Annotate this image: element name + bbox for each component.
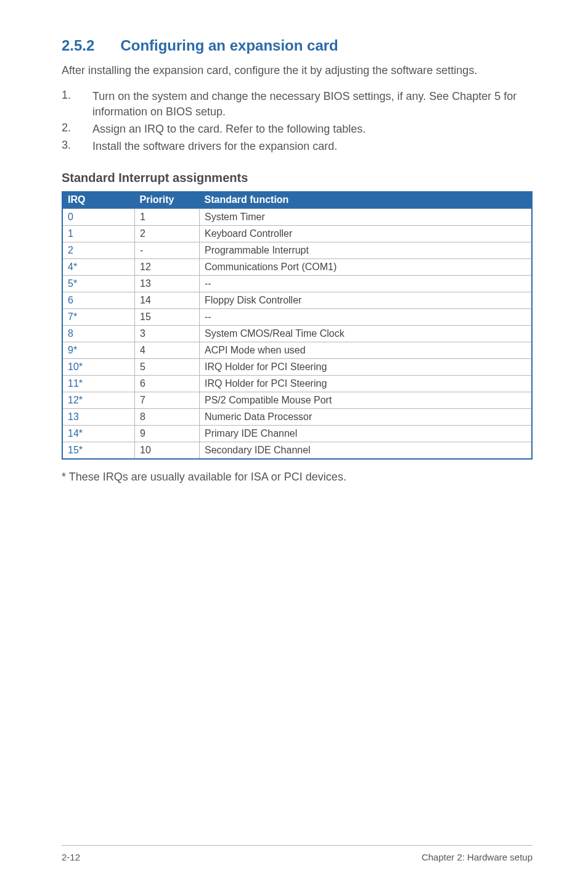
table-row: 6 14 Floppy Disk Controller <box>62 292 532 309</box>
table-row: 12* 7 PS/2 Compatible Mouse Port <box>62 392 532 409</box>
page-footer: 2-12 Chapter 2: Hardware setup <box>62 845 533 862</box>
step-number: 2. <box>62 122 75 134</box>
step-text: Turn on the system and change the necess… <box>92 89 533 119</box>
cell-irq: 7* <box>62 309 135 326</box>
cell-function: Programmable Interrupt <box>200 242 533 259</box>
cell-priority: 13 <box>135 276 200 292</box>
table-row: 5* 13 -- <box>62 276 532 292</box>
cell-priority: 12 <box>135 259 200 276</box>
table-row: 4* 12 Communications Port (COM1) <box>62 259 532 276</box>
cell-function: PS/2 Compatible Mouse Port <box>200 392 533 409</box>
cell-function: System CMOS/Real Time Clock <box>200 326 533 342</box>
cell-priority: 6 <box>135 376 200 392</box>
cell-priority: 2 <box>135 226 200 242</box>
step-number: 1. <box>62 89 75 102</box>
step-text: Install the software drivers for the exp… <box>92 139 533 154</box>
cell-irq: 9* <box>62 342 135 359</box>
cell-irq: 12* <box>62 392 135 409</box>
cell-function: ACPI Mode when used <box>200 342 533 359</box>
cell-priority: 8 <box>135 409 200 426</box>
list-item: 1. Turn on the system and change the nec… <box>62 89 533 119</box>
cell-function: Keyboard Controller <box>200 226 533 242</box>
cell-irq: 0 <box>62 209 135 226</box>
table-row: 7* 15 -- <box>62 309 532 326</box>
cell-function: System Timer <box>200 209 533 226</box>
table-row: 1 2 Keyboard Controller <box>62 226 532 242</box>
cell-priority: 9 <box>135 426 200 442</box>
cell-irq: 10* <box>62 359 135 376</box>
table-row: 11* 6 IRQ Holder for PCI Steering <box>62 376 532 392</box>
cell-function: Primary IDE Channel <box>200 426 533 442</box>
cell-priority: 5 <box>135 359 200 376</box>
cell-irq: 4* <box>62 259 135 276</box>
table-row: 13 8 Numeric Data Processor <box>62 409 532 426</box>
th-irq: IRQ <box>62 191 135 209</box>
table-row: 10* 5 IRQ Holder for PCI Steering <box>62 359 532 376</box>
cell-function: Numeric Data Processor <box>200 409 533 426</box>
table-row: 2 - Programmable Interrupt <box>62 242 532 259</box>
table-row: 8 3 System CMOS/Real Time Clock <box>62 326 532 342</box>
cell-priority: 3 <box>135 326 200 342</box>
cell-function: IRQ Holder for PCI Steering <box>200 376 533 392</box>
cell-irq: 13 <box>62 409 135 426</box>
section-heading: 2.5.2 Configuring an expansion card <box>62 37 533 54</box>
footnote: * These IRQs are usually available for I… <box>62 471 533 484</box>
list-item: 2. Assign an IRQ to the card. Refer to t… <box>62 122 533 136</box>
cell-priority: 4 <box>135 342 200 359</box>
cell-irq: 11* <box>62 376 135 392</box>
cell-priority: 14 <box>135 292 200 309</box>
table-row: 0 1 System Timer <box>62 209 532 226</box>
cell-irq: 2 <box>62 242 135 259</box>
cell-function: -- <box>200 309 533 326</box>
th-priority: Priority <box>135 191 200 209</box>
cell-irq: 5* <box>62 276 135 292</box>
cell-function: IRQ Holder for PCI Steering <box>200 359 533 376</box>
irq-table: IRQ Priority Standard function 0 1 Syste… <box>62 191 533 460</box>
section-title: Configuring an expansion card <box>120 37 338 54</box>
table-header-row: IRQ Priority Standard function <box>62 191 532 209</box>
cell-function: Secondary IDE Channel <box>200 442 533 460</box>
subheading: Standard Interrupt assignments <box>62 171 533 185</box>
table-row: 14* 9 Primary IDE Channel <box>62 426 532 442</box>
cell-irq: 1 <box>62 226 135 242</box>
cell-priority: 10 <box>135 442 200 460</box>
table-row: 15* 10 Secondary IDE Channel <box>62 442 532 460</box>
intro-paragraph: After installing the expansion card, con… <box>62 63 533 78</box>
page: 2.5.2 Configuring an expansion card Afte… <box>0 0 588 887</box>
table-row: 9* 4 ACPI Mode when used <box>62 342 532 359</box>
list-item: 3. Install the software drivers for the … <box>62 139 533 154</box>
cell-priority: 15 <box>135 309 200 326</box>
cell-priority: 7 <box>135 392 200 409</box>
footer-chapter: Chapter 2: Hardware setup <box>422 852 533 862</box>
section-number: 2.5.2 <box>62 37 94 54</box>
cell-function: Floppy Disk Controller <box>200 292 533 309</box>
cell-irq: 15* <box>62 442 135 460</box>
footer-page-number: 2-12 <box>62 852 80 862</box>
cell-irq: 6 <box>62 292 135 309</box>
cell-function: -- <box>200 276 533 292</box>
th-function: Standard function <box>200 191 533 209</box>
cell-priority: 1 <box>135 209 200 226</box>
cell-function: Communications Port (COM1) <box>200 259 533 276</box>
steps-list: 1. Turn on the system and change the nec… <box>62 89 533 156</box>
cell-irq: 14* <box>62 426 135 442</box>
cell-irq: 8 <box>62 326 135 342</box>
step-number: 3. <box>62 139 75 152</box>
step-text: Assign an IRQ to the card. Refer to the … <box>92 122 533 136</box>
cell-priority: - <box>135 242 200 259</box>
